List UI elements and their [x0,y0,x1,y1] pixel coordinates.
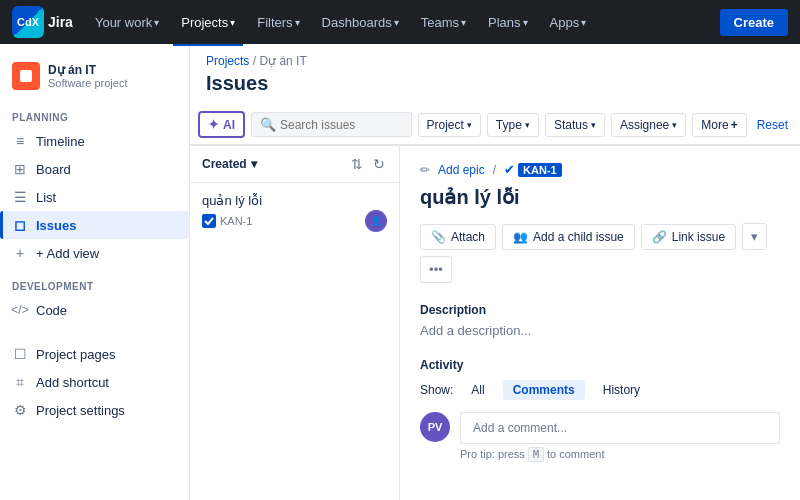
project-header[interactable]: Dự án IT Software project [0,56,189,102]
search-box[interactable]: 🔍 [251,112,412,137]
sidebar-item-issues[interactable]: ◻ Issues [0,211,189,239]
logo[interactable]: CdX Jira [12,6,73,38]
chevron-down-icon: ▾ [591,120,596,130]
search-icon: 🔍 [260,117,276,132]
sidebar-item-label: Add shortcut [36,375,109,390]
status-filter-btn[interactable]: Status ▾ [545,113,605,137]
pencil-icon: ✏ [420,163,430,177]
page-title: Issues [190,70,800,105]
sidebar-item-label: Board [36,162,71,177]
nav-filters[interactable]: Filters ▾ [249,11,307,34]
keyboard-shortcut: M [528,447,544,462]
history-tab[interactable]: History [593,380,650,400]
nav-apps[interactable]: Apps ▾ [542,11,595,34]
description-placeholder[interactable]: Add a description... [420,323,780,338]
nav-your-work[interactable]: Your work ▾ [87,11,167,34]
issues-list-header: Created ▾ ⇅ ↻ [190,146,399,183]
breadcrumb-project-name: Dự án IT [259,54,306,68]
search-input[interactable] [280,118,403,132]
activity-section: Activity Show: All Comments History PV A… [420,358,780,460]
show-label: Show: [420,383,453,397]
breadcrumb-projects[interactable]: Projects [206,54,249,68]
chevron-down-icon: ▾ [525,120,530,130]
actions-dropdown-btn[interactable]: ▾ [742,223,767,250]
attach-button[interactable]: 📎 Attach [420,224,496,250]
add-child-issue-button[interactable]: 👥 Add a child issue [502,224,635,250]
main-content: Projects / Dự án IT Issues ✦ AI 🔍 Projec… [190,44,800,500]
description-label: Description [420,303,780,317]
chevron-down-icon: ▾ [154,17,159,28]
add-view-icon: + [12,245,28,261]
plus-icon: + [731,118,738,132]
nav-dashboards[interactable]: Dashboards ▾ [314,11,407,34]
sidebar-item-label: Timeline [36,134,85,149]
settings-icon: ⚙ [12,402,28,418]
more-actions-btn[interactable]: ••• [420,256,452,283]
project-icon [12,62,40,90]
link-issue-button[interactable]: 🔗 Link issue [641,224,736,250]
action-buttons: 📎 Attach 👥 Add a child issue 🔗 Link issu… [420,223,780,283]
issues-icon: ◻ [12,217,28,233]
sidebar-item-label: + Add view [36,246,99,261]
sidebar-item-timeline[interactable]: ≡ Timeline [0,127,189,155]
top-section: Projects / Dự án IT Issues ✦ AI 🔍 Projec… [190,44,800,146]
assignee-filter-btn[interactable]: Assignee ▾ [611,113,686,137]
sort-created-btn[interactable]: Created ▾ [202,157,257,171]
code-icon: </> [12,302,28,318]
list-icon: ☰ [12,189,28,205]
app-body: Dự án IT Software project PLANNING ≡ Tim… [0,44,800,500]
list-actions: ⇅ ↻ [349,154,387,174]
issue-assignee-avatar: 👤 [365,210,387,232]
sidebar-item-project-settings[interactable]: ⚙ Project settings [0,396,189,424]
add-child-icon: 👥 [513,230,528,244]
activity-label: Activity [420,358,780,372]
more-filter-btn[interactable]: More + [692,113,746,137]
logo-box: CdX [12,6,44,38]
issue-type-icon [202,214,216,228]
nav-teams[interactable]: Teams ▾ [413,11,474,34]
nav-projects[interactable]: Projects ▾ [173,11,243,34]
pages-icon: ☐ [12,346,28,362]
sidebar: Dự án IT Software project PLANNING ≡ Tim… [0,44,190,500]
chevron-down-icon: ▾ [251,157,257,171]
reset-filter-btn[interactable]: Reset [753,114,792,136]
sidebar-item-add-shortcut[interactable]: ⌗ Add shortcut [0,368,189,396]
refresh-icon[interactable]: ↻ [371,154,387,174]
project-filter-btn[interactable]: Project ▾ [418,113,481,137]
kan-badge: KAN-1 [518,163,562,177]
chevron-down-icon: ▾ [394,17,399,28]
create-button[interactable]: Create [720,9,788,36]
add-epic-link[interactable]: Add epic [438,163,485,177]
breadcrumb: Projects / Dự án IT [190,44,800,70]
sidebar-item-project-pages[interactable]: ☐ Project pages [0,340,189,368]
type-filter-btn[interactable]: Type ▾ [487,113,539,137]
sidebar-item-add-view[interactable]: + + Add view [0,239,189,267]
sidebar-item-code[interactable]: </> Code [0,296,189,324]
chevron-down-icon: ▾ [523,17,528,28]
issue-title-row[interactable]: quản lý lỗi [190,189,399,210]
detail-panel: ✏ Add epic / ✔ KAN-1 quản lý lỗi 📎 Attac… [400,146,800,500]
planning-section-label: PLANNING [0,102,189,127]
chevron-down-icon: ▾ [672,120,677,130]
comment-row: PV Add a comment... Pro tip: press M to … [420,412,780,460]
filter-bar: ✦ AI 🔍 Project ▾ Type ▾ Status ▾ [190,105,800,145]
board-icon: ⊞ [12,161,28,177]
sidebar-item-label: Project settings [36,403,125,418]
issues-list-panel: Created ▾ ⇅ ↻ quản lý lỗi [190,146,400,500]
sidebar-item-list[interactable]: ☰ List [0,183,189,211]
comment-avatar: PV [420,412,450,442]
sidebar-item-board[interactable]: ⊞ Board [0,155,189,183]
comment-input[interactable]: Add a comment... [460,412,780,444]
comments-tab[interactable]: Comments [503,380,585,400]
filter-list-icon[interactable]: ⇅ [349,154,365,174]
ai-button[interactable]: ✦ AI [198,111,245,138]
top-navigation: CdX Jira Your work ▾ Projects ▾ Filters … [0,0,800,44]
all-tab[interactable]: All [461,380,494,400]
chevron-down-icon: ▾ [461,17,466,28]
nav-plans[interactable]: Plans ▾ [480,11,536,34]
detail-title: quản lý lỗi [420,185,780,209]
project-type: Software project [48,77,177,89]
svg-rect-0 [20,70,32,82]
content-area: Created ▾ ⇅ ↻ quản lý lỗi [190,146,800,500]
link-icon: 🔗 [652,230,667,244]
